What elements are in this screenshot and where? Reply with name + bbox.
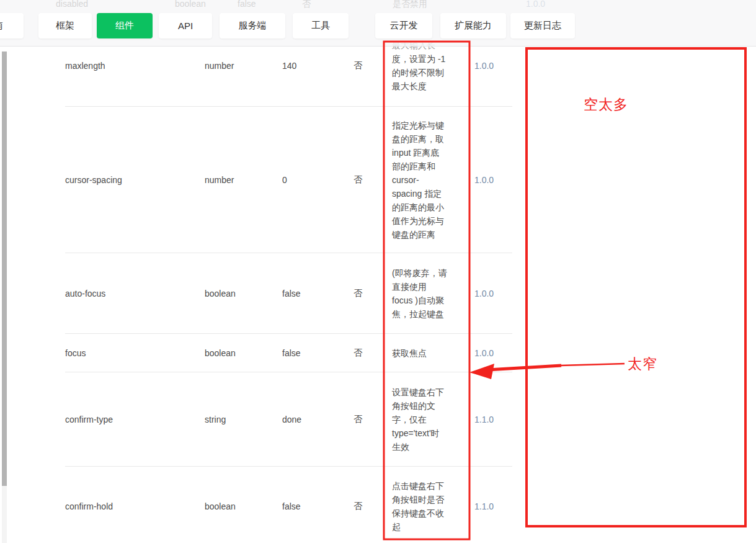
- attr-description: 获取焦点: [392, 334, 468, 372]
- tab-guide-partial[interactable]: 南: [0, 13, 24, 38]
- attr-default: 0: [282, 107, 287, 253]
- table-row-cursor-spacing: cursor-spacing number 0 否 指定光标与键 盘的距离，取 …: [65, 107, 512, 253]
- attr-name: cursor-spacing: [65, 107, 122, 253]
- tab-extended[interactable]: 扩展能力: [440, 13, 506, 38]
- annotation-label-too-empty: 空太多: [584, 95, 628, 114]
- page: disabled boolean false 否 是否禁用 1.0.0 maxl…: [0, 0, 756, 543]
- attr-type: boolean: [205, 467, 236, 543]
- top-nav: 南 框架 组件 API 服务端 工具 云开发 扩展能力 更新日志: [0, 0, 756, 47]
- tab-cloud[interactable]: 云开发: [375, 13, 432, 38]
- tab-framework[interactable]: 框架: [38, 13, 92, 38]
- attr-name: auto-focus: [65, 253, 105, 333]
- attr-name: confirm-type: [65, 372, 113, 466]
- attr-name: focus: [65, 334, 86, 372]
- attr-type: boolean: [205, 253, 236, 333]
- tab-server[interactable]: 服务端: [220, 13, 285, 38]
- attr-min-version: 1.0.0: [474, 107, 494, 253]
- attr-type: number: [205, 107, 234, 253]
- attr-name: confirm-hold: [65, 467, 113, 543]
- attr-required: 否: [354, 372, 362, 466]
- annotation-box-empty-area: [527, 48, 745, 526]
- tab-api[interactable]: API: [159, 13, 212, 38]
- scrollbar-thumb[interactable]: [2, 52, 7, 486]
- tab-changelog[interactable]: 更新日志: [510, 13, 575, 38]
- table-row-auto-focus: auto-focus boolean false 否 (即将废弃，请 直接使用 …: [65, 253, 512, 334]
- attr-min-version: 1.1.0: [474, 372, 494, 466]
- attr-description: (即将废弃，请 直接使用 focus )自动聚 焦，拉起键盘: [392, 253, 468, 333]
- attr-required: 否: [354, 253, 362, 333]
- attr-type: string: [205, 372, 226, 466]
- tab-tools[interactable]: 工具: [293, 13, 349, 38]
- attr-description: 点击键盘右下 角按钮时是否 保持键盘不收 起: [392, 467, 468, 543]
- annotation-label-too-narrow: 太窄: [628, 354, 657, 374]
- attr-type: boolean: [205, 334, 236, 372]
- attr-default: done: [282, 372, 301, 466]
- attr-description: 设置键盘右下 角按钮的文 字，仅在 type='text'时 生效: [392, 372, 468, 466]
- table-row-focus: focus boolean false 否 获取焦点 1.0.0: [65, 334, 512, 372]
- attr-required: 否: [354, 467, 362, 543]
- attr-min-version: 1.1.0: [474, 467, 494, 543]
- attr-default: false: [282, 253, 301, 333]
- attr-default: false: [282, 334, 301, 372]
- tab-components[interactable]: 组件: [97, 13, 153, 38]
- scrollbar-track[interactable]: [2, 52, 7, 543]
- attr-default: false: [282, 467, 301, 543]
- attr-required: 否: [354, 107, 362, 253]
- table-row-confirm-hold: confirm-hold boolean false 否 点击键盘右下 角按钮时…: [65, 467, 512, 543]
- attr-min-version: 1.0.0: [474, 253, 494, 333]
- table-row-confirm-type: confirm-type string done 否 设置键盘右下 角按钮的文 …: [65, 372, 512, 467]
- attr-required: 否: [354, 334, 362, 372]
- attr-min-version: 1.0.0: [474, 334, 494, 372]
- attr-description: 指定光标与键 盘的距离，取 input 距离底 部的距离和 cursor- sp…: [392, 107, 468, 253]
